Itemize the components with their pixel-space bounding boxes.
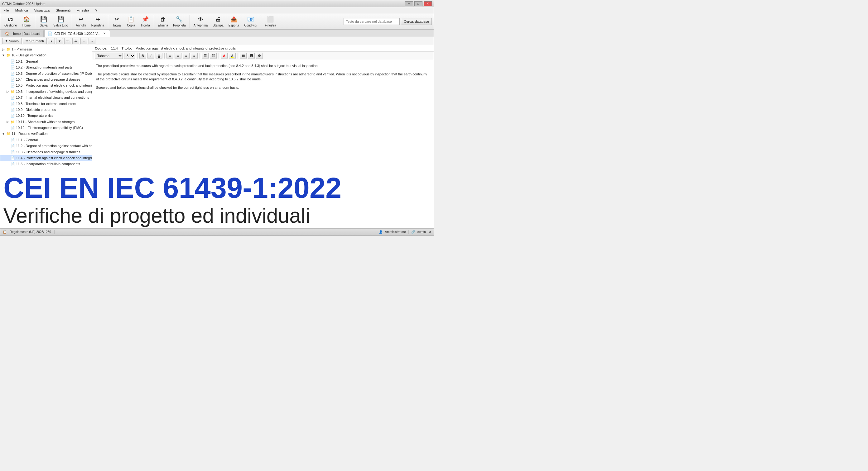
search-input[interactable] <box>344 18 400 25</box>
nav-bottom-button[interactable]: ⇊ <box>72 38 79 44</box>
menu-visualizza[interactable]: Visualizza <box>32 8 52 13</box>
tree-item-10-5[interactable]: ▷ 📄 10.5 - Protection against electric s… <box>0 82 92 89</box>
ripristina-button[interactable]: ↪ Ripristina <box>89 14 106 28</box>
ordered-list-button[interactable]: ☷ <box>210 53 217 59</box>
tree-item-11-2[interactable]: ▷ 📄 11.2 - Degree of protection against … <box>0 143 92 149</box>
align-left-button[interactable]: ≡ <box>166 53 173 59</box>
toolbar-separator-3 <box>108 15 108 28</box>
menu-file[interactable]: File <box>2 8 11 13</box>
doc-icon-10-8: 📄 <box>10 102 15 106</box>
tree-item-10[interactable]: ▼ 📁 10 - Design verification <box>0 52 92 58</box>
tree-label-10-3: 10.3 - Degree of protection of assemblie… <box>16 71 92 76</box>
nav-up-button[interactable]: ▲ <box>48 38 55 44</box>
big-title: CEI EN IEC 61439-1:2022 <box>3 173 431 203</box>
tab-cem-icon: 📄 <box>48 31 52 36</box>
finestra-button[interactable]: ⬜ Finestra <box>262 14 278 28</box>
tree-item-11-1[interactable]: ▷ 📄 11.1 - General <box>0 137 92 143</box>
expand-icon-1[interactable]: ▷ <box>2 48 5 52</box>
menu-finestra[interactable]: Finestra <box>75 8 91 13</box>
tree-item-11-3[interactable]: ▷ 📄 11.3 - Clearances and creepage dista… <box>0 149 92 155</box>
doc-icon-10-10: 📄 <box>10 114 15 118</box>
highlight-button[interactable]: A <box>229 53 236 59</box>
elimina-button[interactable]: 🗑 Elimina <box>156 14 170 28</box>
nuovo-button[interactable]: ✦ Nuovo <box>2 38 22 44</box>
minimize-button[interactable]: ─ <box>405 1 413 6</box>
tree-item-10-7[interactable]: ▷ 📄 10.7 - Internal electrical circuits … <box>0 95 92 101</box>
align-center-button[interactable]: ≡ <box>175 53 182 59</box>
expand-icon-11[interactable]: ▼ <box>2 132 5 136</box>
more-button[interactable]: ⚙ <box>256 53 263 59</box>
font-select[interactable]: Tahoma <box>95 53 123 59</box>
editor-para-3: Screwed and bolted connections shall be … <box>96 85 430 90</box>
list-button[interactable]: ☰ <box>202 53 209 59</box>
nav-top-button[interactable]: ⇈ <box>64 38 71 44</box>
nav-forward-button[interactable]: → <box>89 38 95 44</box>
tree-item-10-11[interactable]: ▷ 📁 10.11 - Short-circuit withstand stre… <box>0 119 92 125</box>
tree-label-1: 1 - Premessa <box>11 47 91 52</box>
close-button[interactable]: ✕ <box>424 1 432 6</box>
align-right-button[interactable]: ≡ <box>183 53 190 59</box>
doc-icon-10-1: 📄 <box>10 59 15 64</box>
home-icon: 🏠 <box>23 15 30 23</box>
tree-item-10-10[interactable]: ▷ 📄 10.10 - Temperature-rise <box>0 113 92 119</box>
home-button[interactable]: 🏠 Home <box>20 14 33 28</box>
expand-icon-10-6[interactable]: ▷ <box>6 90 10 94</box>
italic-button[interactable]: I <box>148 53 154 59</box>
underline-button[interactable]: U <box>156 53 162 59</box>
tree-item-11-4[interactable]: ▷ 📄 11.4 - Protection against electric s… <box>0 155 92 161</box>
copia-button[interactable]: 📋 Copia <box>124 14 138 28</box>
annulla-label: Annulla <box>76 24 86 27</box>
anteprima-button[interactable]: 👁 Anteprima <box>191 14 210 28</box>
image-button[interactable]: 🖼 <box>248 53 255 59</box>
tree-item-1[interactable]: ▷ 📁 1 - Premessa <box>0 46 92 52</box>
proprieta-label: Proprietà <box>173 24 186 27</box>
strumenti-button[interactable]: ✏ Strumenti <box>23 38 47 44</box>
tree-item-10-12[interactable]: ▷ 📄 10.12 - Electromagnetic compatibilit… <box>0 125 92 131</box>
tree-item-10-3[interactable]: ▷ 📄 10.3 - Degree of protection of assem… <box>0 71 92 77</box>
expand-icon-10-11[interactable]: ▷ <box>6 120 10 124</box>
menu-modifica[interactable]: Modifica <box>13 8 30 13</box>
gestione-button[interactable]: 🗂 Gestione <box>2 14 19 28</box>
tab-home-dashboard[interactable]: 🏠 Home | Dashboard <box>2 30 44 37</box>
tree-item-11[interactable]: ▼ 📁 11 - Routine verification <box>0 131 92 137</box>
nav-down-button[interactable]: ▼ <box>56 38 63 44</box>
font-color-button[interactable]: A <box>221 53 227 59</box>
editor-content[interactable]: The prescribed protective measures with … <box>92 60 434 167</box>
tree-item-10-1[interactable]: ▷ 📄 10.1 - General <box>0 59 92 65</box>
toolbar-separator-4 <box>154 15 154 28</box>
tree-item-10-4[interactable]: ▷ 📄 10.4 - Clearances and creepage dista… <box>0 77 92 82</box>
font-size-select[interactable]: 8 10 12 <box>124 53 135 59</box>
salva-button[interactable]: 💾 Salva <box>37 14 51 28</box>
table-button[interactable]: ⊞ <box>240 53 247 59</box>
menu-strumenti[interactable]: Strumenti <box>54 8 72 13</box>
bold-button[interactable]: B <box>140 53 146 59</box>
edit-separator-2 <box>164 53 165 59</box>
incolla-button[interactable]: 📌 Incolla <box>138 14 152 28</box>
status-user: Amministratore <box>385 230 406 234</box>
taglia-icon: ✂ <box>113 15 120 23</box>
tree-item-10-2[interactable]: ▷ 📄 10.2 - Strength of materials and par… <box>0 65 92 70</box>
ripristina-label: Ripristina <box>91 24 104 27</box>
nav-back-button[interactable]: ← <box>81 38 87 44</box>
proprieta-button[interactable]: 🔧 Proprietà <box>171 14 188 28</box>
tab-close-button[interactable]: ✕ <box>102 31 106 36</box>
code-label: Codice: <box>95 46 107 50</box>
tab-cem-standard[interactable]: 📄 CEI EN IEC 61439-1:2022 V... ✕ <box>44 30 110 37</box>
tree-item-10-8[interactable]: ▷ 📄 10.8 - Terminals for external conduc… <box>0 101 92 107</box>
stampa-button[interactable]: 🖨 Stampa <box>211 14 225 28</box>
tree-item-10-9[interactable]: ▷ 📄 10.9 - Dielectric properties <box>0 107 92 113</box>
taglia-button[interactable]: ✂ Taglia <box>110 14 123 28</box>
menu-help[interactable]: ? <box>94 8 99 13</box>
align-justify-button[interactable]: ≡ <box>191 53 198 59</box>
expand-icon-10[interactable]: ▼ <box>2 54 5 57</box>
salva-tutto-button[interactable]: 💾 Salva tutto <box>51 14 70 28</box>
tree-item-11-5[interactable]: ▷ 📄 11.5 - Incorporation of built-in com… <box>0 161 92 167</box>
annulla-button[interactable]: ↩ Annulla <box>73 14 88 28</box>
esporta-button[interactable]: 📤 Esporta <box>226 14 241 28</box>
search-button[interactable]: Cerca: database <box>401 18 432 25</box>
tree-item-10-6[interactable]: ▷ 📁 10.6 - Incorporation of switching de… <box>0 89 92 95</box>
status-settings-icon[interactable]: ⚙ <box>428 230 431 234</box>
title-bar: CEM4 October 2023 Update ─ □ ✕ <box>0 0 434 7</box>
maximize-button[interactable]: □ <box>414 1 423 6</box>
condividi-button[interactable]: 📧 Condividi <box>242 14 259 28</box>
